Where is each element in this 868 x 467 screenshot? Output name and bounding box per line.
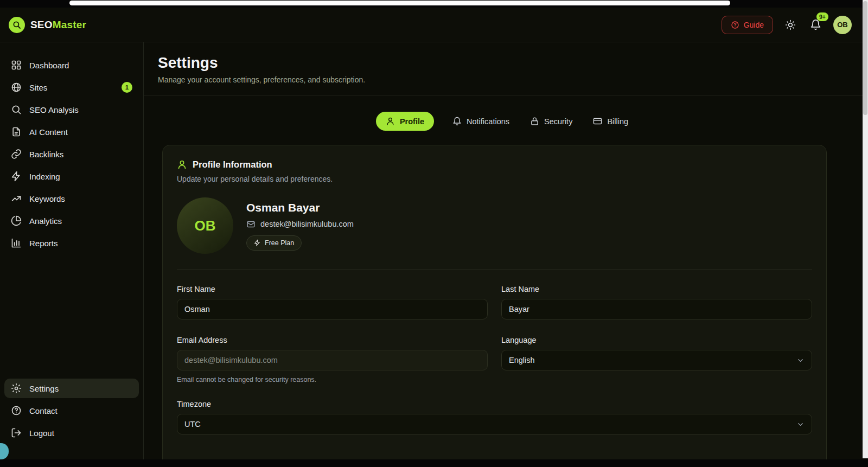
lightning-icon bbox=[254, 239, 261, 246]
profile-email: destek@bilisimkulubu.com bbox=[260, 220, 354, 228]
sidebar-item-indexing[interactable]: Indexing bbox=[4, 167, 139, 186]
sidebar-item-backlinks[interactable]: Backlinks bbox=[4, 144, 139, 164]
page-title: Settings bbox=[158, 54, 848, 72]
sidebar-label: Backlinks bbox=[29, 150, 63, 159]
language-select[interactable]: English bbox=[501, 350, 812, 370]
language-value: English bbox=[509, 356, 535, 364]
timezone-select[interactable]: UTC bbox=[177, 414, 812, 434]
trending-up-icon bbox=[11, 193, 22, 204]
scrollbar[interactable] bbox=[863, 0, 868, 458]
card-title: Profile Information bbox=[193, 159, 272, 170]
sidebar-label: Keywords bbox=[29, 194, 65, 203]
browser-artifact bbox=[69, 1, 730, 5]
sidebar-item-reports[interactable]: Reports bbox=[4, 233, 139, 253]
plan-label: Free Plan bbox=[265, 239, 294, 247]
page-subtitle: Manage your account settings, preference… bbox=[158, 75, 848, 84]
sidebar-item-keywords[interactable]: Keywords bbox=[4, 189, 139, 208]
globe-icon bbox=[11, 82, 22, 93]
email-helper-text: Email cannot be changed for security rea… bbox=[177, 376, 488, 383]
language-group: Language English bbox=[501, 336, 812, 383]
tab-label: Security bbox=[544, 117, 572, 126]
page-header: Settings Manage your account settings, p… bbox=[144, 42, 863, 95]
link-icon bbox=[11, 149, 22, 159]
mail-icon bbox=[246, 220, 256, 229]
app-shell: SEOMaster Guide 9+ OB bbox=[0, 8, 863, 467]
first-name-group: First Name bbox=[177, 285, 488, 319]
sidebar-item-contact[interactable]: Contact bbox=[4, 401, 139, 420]
tab-profile[interactable]: Profile bbox=[376, 112, 434, 131]
email-group: Email Address Email cannot be changed fo… bbox=[177, 336, 488, 383]
profile-avatar: OB bbox=[177, 197, 233, 254]
sidebar-label: Reports bbox=[29, 239, 58, 248]
logo-search-icon bbox=[12, 20, 22, 30]
tab-label: Profile bbox=[400, 117, 424, 126]
sidebar-footer: Settings Contact Logout bbox=[4, 379, 139, 445]
sidebar: Dashboard Sites 1 SEO Analysis AI Conten… bbox=[0, 42, 144, 467]
user-icon bbox=[386, 117, 395, 126]
credit-card-icon bbox=[593, 117, 602, 126]
sidebar-item-seo-analysis[interactable]: SEO Analysis bbox=[4, 100, 139, 119]
sites-count-badge: 1 bbox=[122, 82, 132, 93]
search-icon bbox=[11, 104, 22, 115]
timezone-value: UTC bbox=[184, 420, 201, 428]
sidebar-label: Analytics bbox=[29, 216, 62, 226]
brand: SEOMaster bbox=[9, 17, 86, 33]
brand-name-primary: SEO bbox=[30, 19, 53, 30]
help-circle-icon bbox=[11, 405, 22, 416]
tab-security[interactable]: Security bbox=[528, 112, 575, 131]
language-label: Language bbox=[501, 336, 812, 344]
first-name-label: First Name bbox=[177, 285, 488, 293]
last-name-group: Last Name bbox=[501, 285, 812, 319]
guide-label: Guide bbox=[744, 21, 764, 29]
sidebar-item-logout[interactable]: Logout bbox=[4, 423, 139, 443]
user-icon bbox=[177, 159, 187, 170]
brand-name: SEOMaster bbox=[30, 19, 86, 31]
sidebar-item-sites[interactable]: Sites 1 bbox=[4, 78, 139, 97]
brand-name-secondary: Master bbox=[53, 19, 86, 30]
first-name-field[interactable] bbox=[177, 299, 488, 319]
main-content: Settings Manage your account settings, p… bbox=[144, 42, 863, 467]
email-field bbox=[177, 350, 488, 370]
dashboard-icon bbox=[11, 60, 22, 71]
sidebar-label: Indexing bbox=[29, 172, 60, 181]
plan-badge: Free Plan bbox=[246, 235, 302, 251]
sidebar-item-ai-content[interactable]: AI Content bbox=[4, 122, 139, 142]
pie-chart-icon bbox=[11, 215, 22, 226]
timezone-group: Timezone UTC bbox=[177, 400, 812, 434]
brand-logo bbox=[9, 17, 25, 33]
logout-icon bbox=[11, 427, 22, 438]
sidebar-item-settings[interactable]: Settings bbox=[4, 379, 139, 398]
sidebar-label: Contact bbox=[29, 406, 58, 415]
document-icon bbox=[11, 126, 22, 137]
app-body: Dashboard Sites 1 SEO Analysis AI Conten… bbox=[0, 42, 863, 467]
guide-button[interactable]: Guide bbox=[722, 16, 773, 34]
settings-tabs: Profile Notifications Security Billing bbox=[144, 112, 863, 131]
sun-icon bbox=[785, 20, 796, 30]
last-name-field[interactable] bbox=[501, 299, 812, 319]
card-subtitle: Update your personal details and prefere… bbox=[177, 175, 812, 183]
notification-badge: 9+ bbox=[816, 12, 828, 21]
scrollbar-thumb[interactable] bbox=[863, 1, 867, 115]
tab-notifications[interactable]: Notifications bbox=[450, 112, 512, 131]
card-title-row: Profile Information bbox=[177, 159, 812, 170]
user-avatar[interactable]: OB bbox=[833, 16, 852, 34]
top-header: SEOMaster Guide 9+ OB bbox=[0, 8, 863, 42]
bell-icon bbox=[452, 117, 462, 126]
header-actions: Guide 9+ OB bbox=[722, 16, 852, 34]
profile-email-row: destek@bilisimkulubu.com bbox=[246, 220, 354, 229]
notifications-button[interactable]: 9+ bbox=[808, 17, 824, 33]
theme-toggle-button[interactable] bbox=[783, 17, 798, 33]
tab-billing[interactable]: Billing bbox=[591, 112, 630, 131]
divider bbox=[177, 269, 812, 270]
sidebar-label: Sites bbox=[29, 83, 47, 92]
lock-icon bbox=[530, 117, 539, 126]
tab-label: Notifications bbox=[467, 117, 509, 126]
sidebar-label: Dashboard bbox=[29, 61, 69, 70]
browser-top-strip bbox=[0, 0, 868, 8]
help-circle-icon bbox=[731, 21, 739, 29]
sidebar-item-dashboard[interactable]: Dashboard bbox=[4, 55, 139, 75]
sidebar-item-analytics[interactable]: Analytics bbox=[4, 211, 139, 231]
last-name-label: Last Name bbox=[501, 285, 812, 293]
bottom-strip bbox=[0, 459, 868, 467]
sidebar-label: SEO Analysis bbox=[29, 105, 79, 114]
